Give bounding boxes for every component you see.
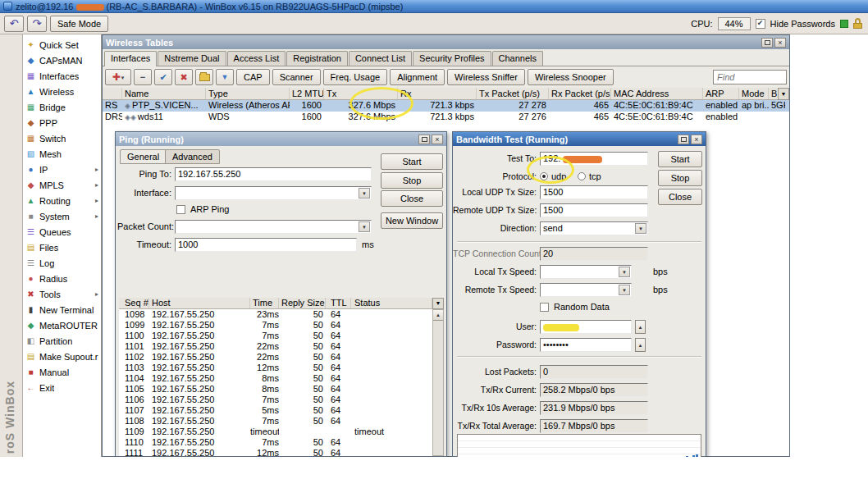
packet-count-dropdown[interactable]: ▼	[175, 220, 372, 234]
close-button[interactable]: ×	[774, 38, 786, 48]
sidebar-item[interactable]: ◆ MPLS ▸	[23, 177, 101, 193]
ping-result-row[interactable]: 1100 192.167.55.250 7ms 50 64	[119, 331, 432, 341]
direction-dropdown[interactable]: send▼	[540, 221, 648, 235]
column-header[interactable]: Time	[250, 298, 279, 308]
sidebar-item[interactable]: ▮ New Terminal ▸	[23, 302, 101, 317]
redo-button[interactable]: ↷	[27, 16, 47, 32]
tab[interactable]: Security Profiles	[413, 51, 491, 66]
tab[interactable]: Registration	[286, 51, 348, 66]
column-selector-button[interactable]: ▼	[432, 298, 444, 309]
ping-result-row[interactable]: 1107 192.167.55.250 5ms 50 64	[119, 405, 432, 416]
column-header[interactable]: Status	[351, 298, 432, 308]
column-header[interactable]: Reply Size	[279, 298, 326, 308]
column-header[interactable]: Type	[206, 88, 290, 99]
sidebar-item[interactable]: ▲ Routing ▸	[23, 193, 101, 208]
ping-result-row[interactable]: 1106 192.167.55.250 7ms 50 64	[119, 395, 432, 405]
sidebar-item[interactable]: ✖ Tools ▸	[23, 286, 101, 302]
tab[interactable]: Nstreme Dual	[158, 51, 226, 66]
dropdown-arrow-icon[interactable]: ▼	[359, 221, 370, 232]
restore-button[interactable]	[678, 135, 689, 144]
sidebar-item[interactable]: ✦ Quick Set ▸	[23, 37, 101, 52]
restore-button[interactable]	[418, 135, 430, 144]
column-header[interactable]: Tx Packet (p/s)	[477, 88, 549, 99]
disable-button[interactable]: ✖	[175, 69, 193, 85]
safe-mode-button[interactable]: Safe Mode	[50, 16, 108, 32]
sidebar-item[interactable]: ▲ Wireless ▸	[23, 84, 101, 99]
sidebar-item[interactable]: ◆ CAPsMAN ▸	[23, 52, 101, 68]
sidebar-item[interactable]: ■ Manual ▸	[23, 364, 101, 380]
tab-general[interactable]: General	[120, 149, 167, 164]
start-button[interactable]: Start	[381, 153, 443, 170]
dropdown-arrow-icon[interactable]: ▼	[359, 188, 370, 199]
column-header[interactable]: L2 MTU	[290, 88, 324, 99]
close-button[interactable]: Close	[658, 189, 702, 205]
wireless-toolbar-button[interactable]: CAP	[236, 69, 270, 85]
ping-to-input[interactable]: 192.167.55.250	[175, 167, 372, 181]
remote-tx-speed-dropdown[interactable]: ▼	[540, 283, 632, 297]
column-header[interactable]: Host	[149, 298, 250, 308]
column-header[interactable]: Name	[122, 88, 206, 99]
wireless-toolbar-button[interactable]: Freq. Usage	[323, 69, 388, 85]
test-to-input[interactable]: 192.	[540, 152, 648, 166]
sidebar-item[interactable]: ▤ Files ▸	[23, 240, 101, 255]
sidebar-item[interactable]: ● Radius ▸	[23, 271, 101, 286]
start-button[interactable]: Start	[658, 151, 702, 167]
ping-result-row[interactable]: 1098 192.167.55.250 23ms 50 64	[119, 309, 432, 320]
ping-result-row[interactable]: 1101 192.167.55.250 22ms 50 64	[119, 341, 432, 352]
wireless-toolbar-button[interactable]: Wireless Sniffer	[447, 69, 525, 85]
undo-button[interactable]: ↶	[4, 16, 24, 32]
ping-result-row[interactable]: 1109 192.167.55.250 timeout timeout	[119, 427, 432, 437]
close-button[interactable]: Close	[381, 190, 443, 207]
dropdown-arrow-icon[interactable]: ▼	[619, 267, 630, 277]
sidebar-item[interactable]: ▦ Interfaces ▸	[23, 68, 101, 84]
stop-button[interactable]: Stop	[381, 172, 443, 189]
sidebar-item[interactable]: ● IP ▸	[23, 162, 101, 177]
user-input[interactable]	[540, 320, 632, 334]
close-button[interactable]: ×	[432, 135, 443, 144]
arp-ping-checkbox[interactable]	[176, 205, 185, 214]
remote-udp-tx-size-input[interactable]: 1500	[540, 203, 648, 217]
sidebar-item[interactable]: ← Exit ▸	[23, 380, 101, 395]
restore-button[interactable]	[761, 38, 773, 48]
sidebar-item[interactable]: ▦ Bridge ▸	[23, 99, 101, 115]
find-input[interactable]	[713, 70, 787, 84]
stop-button[interactable]: Stop	[658, 170, 702, 186]
table-row[interactable]: RS ◈PTP_S.VICEN... Wireless (Atheros AR9…	[103, 100, 789, 112]
dropdown-arrow-icon[interactable]: ▼	[619, 285, 630, 295]
password-expand-button[interactable]: ▲	[635, 338, 646, 352]
ping-result-row[interactable]: 1108 192.167.55.250 7ms 50 64	[119, 416, 432, 427]
random-data-checkbox[interactable]	[540, 303, 549, 312]
sidebar-item[interactable]: ▧ Mesh ▸	[23, 146, 101, 162]
sidebar-item[interactable]: ☰ Log ▸	[23, 255, 101, 271]
sidebar-item[interactable]: ▤ Make Supout.rif ▸	[23, 349, 101, 364]
ping-result-row[interactable]: 1104 192.167.55.250 8ms 50 64	[119, 373, 432, 384]
ping-result-row[interactable]: 1103 192.167.55.250 12ms 50 64	[119, 363, 432, 373]
column-header[interactable]: Mode	[739, 88, 769, 99]
scrollbar[interactable]: ▲	[432, 309, 444, 456]
tab[interactable]: Channels	[492, 51, 543, 66]
sidebar-item[interactable]: ◆ MetaROUTER ▸	[23, 317, 101, 333]
close-button[interactable]: ×	[691, 135, 702, 144]
tab[interactable]: Connect List	[349, 51, 412, 66]
enable-button[interactable]: ✔	[154, 69, 172, 85]
protocol-radio-tcp[interactable]	[578, 172, 586, 180]
table-row[interactable]: DRS ◈◈wds11 WDS 1600 327.6 Mbps 721.3 kb…	[103, 112, 789, 123]
column-header[interactable]: ARP	[703, 88, 739, 99]
interface-dropdown[interactable]: ▼	[175, 186, 372, 200]
column-header[interactable]: MAC Address	[611, 88, 703, 99]
filter-button[interactable]: ▼	[216, 69, 234, 85]
wireless-toolbar-button[interactable]: Wireless Snooper	[528, 69, 614, 85]
timeout-input[interactable]: 1000	[175, 238, 357, 252]
ping-result-row[interactable]: 1099 192.167.55.250 7ms 50 64	[119, 320, 432, 331]
tab-advanced[interactable]: Advanced	[165, 149, 220, 164]
user-expand-button[interactable]: ▲	[635, 320, 646, 334]
ping-result-row[interactable]: 1111 192.167.55.250 12ms 50 64	[119, 448, 432, 456]
sidebar-item[interactable]: ▦ Switch ▸	[23, 130, 101, 146]
column-header[interactable]: Seq # /	[119, 298, 149, 308]
ping-result-row[interactable]: 1102 192.167.55.250 22ms 50 64	[119, 352, 432, 363]
column-header[interactable]: Rx Packet (p/s)	[549, 88, 611, 99]
local-tx-speed-dropdown[interactable]: ▼	[540, 265, 632, 279]
ping-result-row[interactable]: 1105 192.167.55.250 8ms 50 64	[119, 384, 432, 395]
remove-button[interactable]: −	[134, 69, 152, 85]
scroll-up-button[interactable]: ▲	[433, 310, 443, 321]
